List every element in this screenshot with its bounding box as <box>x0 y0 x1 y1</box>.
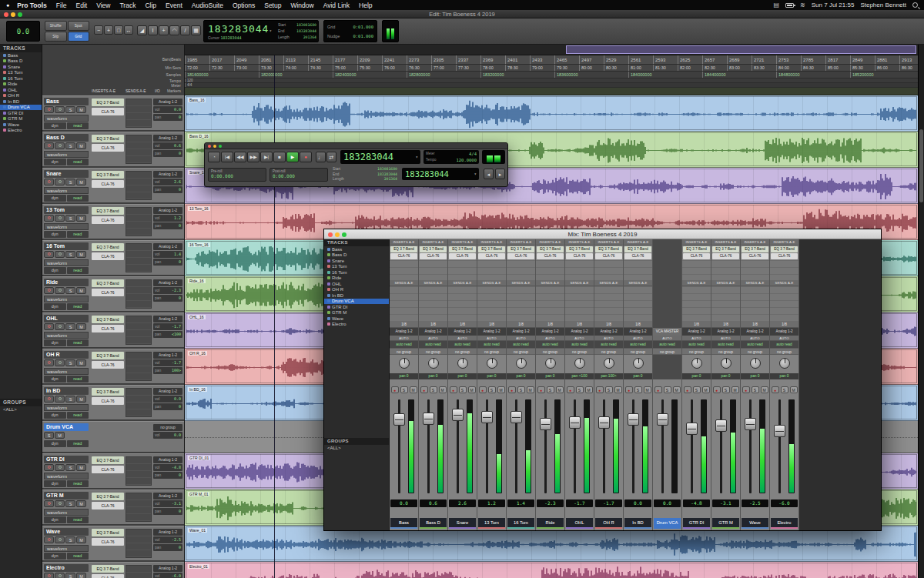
solo-button[interactable]: S <box>65 464 75 471</box>
insert-slot-eq3-7band[interactable]: EQ 3 7-Band <box>537 246 564 252</box>
nudge-back-button[interactable]: ◂ <box>484 169 494 179</box>
track-list-item-bass[interactable]: Bass <box>0 52 42 58</box>
record-enable-button[interactable] <box>44 106 54 113</box>
menu-clip[interactable]: Clip <box>140 2 161 9</box>
record-enable-button[interactable] <box>44 323 54 330</box>
insert-slot-eq3-7band[interactable]: EQ 3 7-Band <box>712 246 739 252</box>
output-path-button[interactable]: Analog 1-2 <box>711 328 740 336</box>
sends-column[interactable] <box>126 243 152 272</box>
insert-cla76[interactable]: CLA-76 <box>92 289 124 296</box>
mute-button[interactable]: M <box>76 500 86 507</box>
tempo-field[interactable]: 120.0000 <box>457 157 477 163</box>
group-assignment-button[interactable]: no group <box>711 348 740 355</box>
insert-cla76[interactable]: CLA-76 <box>92 361 124 369</box>
rewind-button[interactable]: ◀◀ <box>234 152 246 162</box>
pan-knob[interactable] <box>741 355 769 373</box>
insert-cla76[interactable]: CLA-76 <box>92 180 124 188</box>
edit-lane-bass[interactable]: Bass_16 <box>185 95 918 132</box>
elastic-audio-button[interactable]: dyn <box>44 303 66 310</box>
volume-readout[interactable]: 1.4 <box>174 251 181 258</box>
solo-button[interactable]: S <box>634 386 642 393</box>
record-enable-button[interactable] <box>44 287 54 294</box>
track-view-selector[interactable]: waveform <box>44 296 89 302</box>
sends-column[interactable] <box>126 99 152 128</box>
selection-length-field[interactable]: 201364 <box>303 35 316 41</box>
volume-readout[interactable]: -3.1 <box>712 499 739 507</box>
automation-mode-button[interactable]: read <box>67 231 89 238</box>
output-path-button[interactable]: Analog 1-2 <box>153 135 182 142</box>
pan-readout[interactable]: 0 <box>179 544 181 551</box>
volume-readout[interactable]: -4.8 <box>683 499 710 507</box>
input-monitor-button[interactable] <box>55 142 65 149</box>
strip-track-name[interactable]: GTR M <box>712 518 739 529</box>
mute-button[interactable]: M <box>55 432 65 439</box>
group-assignment-button[interactable]: no group <box>448 348 477 355</box>
mute-button[interactable]: M <box>614 386 622 393</box>
input-monitor-button[interactable] <box>55 536 65 543</box>
track-view-selector[interactable]: waveform <box>44 259 89 266</box>
volume-readout[interactable]: 2.6 <box>449 499 476 507</box>
audio-clip[interactable]: Wave_01 <box>186 526 917 560</box>
automation-mode-button[interactable]: auto read <box>477 341 506 348</box>
mute-button[interactable]: M <box>468 386 476 393</box>
automation-mode-button[interactable]: auto read <box>741 341 769 348</box>
zoom-out-button[interactable]: − <box>94 25 103 35</box>
insert-slots-empty[interactable] <box>419 260 447 280</box>
insert-slots-empty[interactable] <box>390 260 418 280</box>
volume-readout[interactable]: -2.5 <box>172 536 181 543</box>
pan-readout[interactable]: <100 <box>172 331 181 338</box>
zoom-icon[interactable] <box>219 145 222 148</box>
insert-slot-eq3-7band[interactable]: EQ 3 7-Band <box>742 246 768 252</box>
insert-slots-empty[interactable] <box>565 260 594 280</box>
track-name-button[interactable]: Bass D <box>44 134 89 142</box>
volume-fader[interactable] <box>481 411 493 423</box>
minimize-icon[interactable] <box>11 12 15 17</box>
battery-icon[interactable] <box>785 3 794 8</box>
track-name-button[interactable]: Drum VCA <box>44 423 89 431</box>
record-button[interactable]: ● <box>300 152 312 162</box>
menu-options[interactable]: Options <box>228 2 259 9</box>
insert-slot-cla76[interactable]: CLA-76 <box>537 253 564 259</box>
pan-readout[interactable]: 0 <box>179 295 181 302</box>
track-name-button[interactable]: 16 Tom <box>44 242 89 250</box>
pan-knob[interactable] <box>711 355 740 373</box>
group-assignment-button[interactable]: no group <box>477 348 506 355</box>
input-path-button[interactable]: 1/8 <box>448 321 477 328</box>
sends-column[interactable] <box>126 279 152 309</box>
insert-cla76[interactable]: CLA-76 <box>92 325 124 332</box>
solo-button[interactable]: S <box>65 536 75 543</box>
track-list-item-electro[interactable]: Electro <box>324 322 389 328</box>
record-enable-button[interactable]: ● <box>713 386 721 393</box>
output-path-button[interactable]: Analog 1-2 <box>153 207 182 214</box>
output-path-button[interactable]: Analog 1-2 <box>153 316 182 322</box>
menu-file[interactable]: File <box>52 2 72 9</box>
insert-slots-empty[interactable] <box>711 260 740 280</box>
volume-readout[interactable]: -4.8 <box>172 464 181 471</box>
volume-fader[interactable] <box>423 413 434 425</box>
zoom-toggle-button[interactable]: □ <box>114 25 123 35</box>
send-slots-empty[interactable] <box>741 286 769 321</box>
audio-clip[interactable]: Electro_01 <box>186 563 917 578</box>
strip-track-name[interactable]: Bass D <box>420 518 447 529</box>
solo-button[interactable]: S <box>459 386 467 393</box>
selection-end-field[interactable]: 183283044 <box>296 28 316 35</box>
strip-track-name[interactable]: OHL <box>566 518 593 529</box>
input-path-button[interactable]: 1/8 <box>624 321 652 328</box>
selection-start-field[interactable]: 183081680 <box>296 22 316 28</box>
post-roll-field[interactable]: Post-roll0:00.000 <box>270 168 328 182</box>
transport-titlebar[interactable] <box>205 143 507 149</box>
volume-readout[interactable]: 0.0 <box>390 499 417 507</box>
online-button[interactable]: ◔ <box>208 152 220 162</box>
strip-track-name[interactable]: Wave <box>742 518 768 529</box>
volume-readout[interactable]: -2.5 <box>742 499 768 507</box>
track-list-item-bass-d[interactable]: Bass D <box>324 252 389 259</box>
track-name-button[interactable]: Snare <box>44 170 89 178</box>
track-name-button[interactable]: Wave <box>44 528 89 536</box>
record-enable-button[interactable] <box>44 215 54 222</box>
solo-button[interactable]: S <box>65 359 75 366</box>
output-path-button[interactable]: Analog 1-2 <box>153 388 182 395</box>
automation-mode-button[interactable]: auto read <box>653 341 681 348</box>
input-path-button[interactable]: 1/8 <box>507 321 535 328</box>
track-view-selector[interactable]: waveform <box>44 115 89 122</box>
pan-readout[interactable]: 0 <box>179 403 181 410</box>
